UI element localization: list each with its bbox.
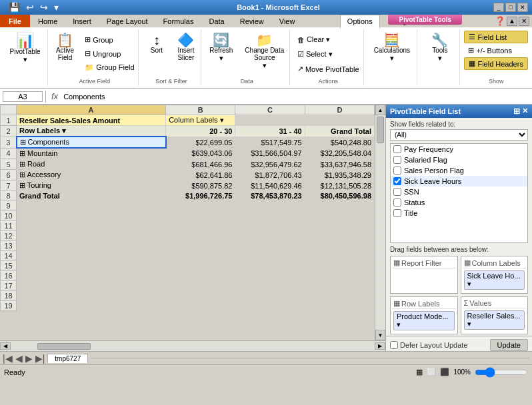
tab-formulas[interactable]: Formulas (156, 15, 201, 27)
cell-a1[interactable]: Reseller Sales-Sales Amount (17, 115, 166, 126)
cell-c1[interactable] (235, 115, 305, 126)
change-data-source-btn[interactable]: 📁 Change DataSource ▾ (240, 31, 289, 73)
window-controls[interactable]: _ □ ✕ (493, 3, 528, 12)
cell-a7[interactable]: ⊞ Touring (17, 181, 166, 191)
minimize-btn[interactable]: _ (493, 3, 504, 12)
cell-b4[interactable]: $639,043.06 (166, 148, 235, 159)
field-list-arrange-btn[interactable]: ⊞ (513, 107, 520, 116)
tools-btn[interactable]: 🔧 Tools ▾ (427, 31, 453, 65)
restore-btn[interactable]: □ (505, 3, 516, 12)
refresh-btn[interactable]: 🔄 Refresh ▾ (205, 31, 237, 65)
cell-c3[interactable]: $517,549.75 (235, 137, 305, 148)
show-fields-dropdown[interactable]: (All) (390, 129, 528, 141)
cell-c8[interactable]: $78,453,870.23 (235, 191, 305, 201)
column-labels-chip[interactable]: Sick Leave Ho... ▾ (464, 270, 525, 290)
zoom-slider[interactable] (475, 367, 528, 378)
scroll-right-btn[interactable]: ▶ (375, 342, 385, 350)
field-item-sick-leave-hours[interactable]: Sick Leave Hours (391, 176, 527, 187)
sheet-tab-tmp6727[interactable]: tmp6727 (47, 354, 88, 363)
field-item-sales-person-flag[interactable]: Sales Person Flag (391, 165, 527, 176)
cell-b3[interactable]: $22,699.05 (166, 137, 235, 148)
col-header-a[interactable]: A (17, 105, 166, 115)
cell-a3[interactable]: ⊞ Components (17, 137, 166, 148)
move-pivottable-btn[interactable]: ↗ Move PivotTable (294, 63, 363, 75)
values-area[interactable]: Σ Values Reseller Sales... ▾ (461, 296, 529, 334)
scroll-down-btn[interactable]: ▼ (375, 330, 385, 340)
redo-btn[interactable]: ↪ (38, 1, 50, 13)
tab-data[interactable]: Data (201, 15, 231, 27)
undo-btn[interactable]: ↩ (24, 1, 36, 13)
calculations-btn[interactable]: 🧮 Calculations ▾ (369, 31, 415, 65)
tab-view[interactable]: View (272, 15, 303, 27)
cell-a2[interactable]: Row Labels ▾ (17, 126, 166, 137)
page-break-btn[interactable]: ⬛ (440, 368, 449, 376)
field-headers-btn[interactable]: ▦ Field Headers (464, 57, 527, 70)
tab-file[interactable]: File (0, 15, 30, 27)
scroll-up-btn[interactable]: ▲ (375, 105, 385, 115)
sheet-nav-first[interactable]: |◀ (3, 353, 13, 364)
cell-b1[interactable]: Column Labels ▾ (166, 115, 235, 126)
values-chip[interactable]: Reseller Sales... ▾ (464, 310, 525, 330)
checkbox-status[interactable] (393, 199, 401, 206)
cell-d8[interactable]: $80,450,596.98 (305, 191, 374, 201)
checkbox-sick-leave-hours[interactable] (393, 177, 401, 185)
h-scroll-thumb[interactable] (37, 343, 91, 350)
plusminus-buttons-btn[interactable]: ⊞ +/- Buttons (464, 45, 527, 56)
tab-page-layout[interactable]: Page Layout (99, 15, 155, 27)
col-header-d[interactable]: D (305, 105, 374, 115)
cell-d7[interactable]: $12,131,505.28 (305, 181, 374, 191)
save-btn[interactable]: 💾 (7, 1, 22, 13)
cell-c4[interactable]: $31,566,504.97 (235, 148, 305, 159)
sheet-nav-next[interactable]: ▶ (25, 353, 33, 364)
row-labels-chip[interactable]: Product Mode... ▾ (393, 311, 455, 330)
cell-d5[interactable]: $33,637,946.58 (305, 159, 374, 170)
clear-btn[interactable]: 🗑 Clear ▾ (294, 33, 363, 46)
update-btn[interactable]: Update (490, 339, 528, 351)
formula-input[interactable] (63, 93, 529, 101)
page-layout-btn[interactable]: ⬜ (427, 368, 436, 376)
ribbon-close-btn[interactable]: ✕ (519, 17, 529, 26)
cell-d3[interactable]: $540,248.80 (305, 137, 374, 148)
cell-a6[interactable]: ⊞ Accessory (17, 170, 166, 181)
insert-slicer-btn[interactable]: 🔷 InsertSlicer (173, 31, 199, 64)
pivottable-btn[interactable]: 📊 PivotTable ▾ (5, 31, 45, 67)
select-btn[interactable]: ☑ Select ▾ (294, 48, 363, 61)
cell-c2[interactable]: 31 - 40 (235, 126, 305, 137)
cell-d6[interactable]: $1,935,348.29 (305, 170, 374, 181)
scroll-track[interactable] (375, 115, 385, 330)
tab-home[interactable]: Home (31, 15, 65, 27)
checkbox-salaried-flag[interactable] (393, 156, 401, 164)
checkbox-title[interactable] (393, 209, 401, 217)
field-item-pay-frequency[interactable]: Pay Frequency (391, 144, 527, 155)
group-btn[interactable]: ⊞ Group (81, 33, 138, 46)
cell-c6[interactable]: $1,872,706.43 (235, 170, 305, 181)
sheet-nav-last[interactable]: ▶| (35, 353, 45, 364)
horizontal-scrollbar[interactable]: ◀ ▶ (0, 340, 385, 351)
cell-a4[interactable]: ⊞ Mountain (17, 148, 166, 159)
cell-b6[interactable]: $62,641.86 (166, 170, 235, 181)
col-header-b[interactable]: B (166, 105, 235, 115)
checkbox-ssn[interactable] (393, 188, 401, 196)
scroll-left-btn[interactable]: ◀ (0, 342, 11, 350)
cell-b7[interactable]: $590,875.82 (166, 181, 235, 191)
tab-insert[interactable]: Insert (65, 15, 99, 27)
ungroup-btn[interactable]: ⊟ Ungroup (81, 47, 138, 60)
help-icon[interactable]: ❓ (495, 16, 505, 26)
cell-a5[interactable]: ⊞ Road (17, 159, 166, 170)
field-item-status[interactable]: Status (391, 197, 527, 208)
tab-pivot-options[interactable]: Options (340, 15, 380, 29)
checkbox-sales-person-flag[interactable] (393, 167, 401, 175)
field-item-title[interactable]: Title (391, 208, 527, 218)
field-item-ssn[interactable]: SSN (391, 187, 527, 197)
col-header-c[interactable]: C (235, 105, 305, 115)
quick-access-toolbar[interactable]: 💾 ↩ ↪ ▾ (4, 1, 63, 13)
field-item-salaried-flag[interactable]: Salaried Flag (391, 155, 527, 165)
sheet-nav-prev[interactable]: ◀ (15, 353, 23, 364)
cell-d1[interactable] (305, 115, 374, 126)
cell-c5[interactable]: $32,956,479.62 (235, 159, 305, 170)
cell-d4[interactable]: $32,205,548.04 (305, 148, 374, 159)
sort-btn[interactable]: ↕ Sort (143, 31, 170, 57)
vertical-scrollbar[interactable]: ▲ ▼ (375, 105, 385, 340)
customize-btn[interactable]: ▾ (52, 1, 61, 13)
field-list-close-btn[interactable]: ✕ (522, 107, 528, 116)
